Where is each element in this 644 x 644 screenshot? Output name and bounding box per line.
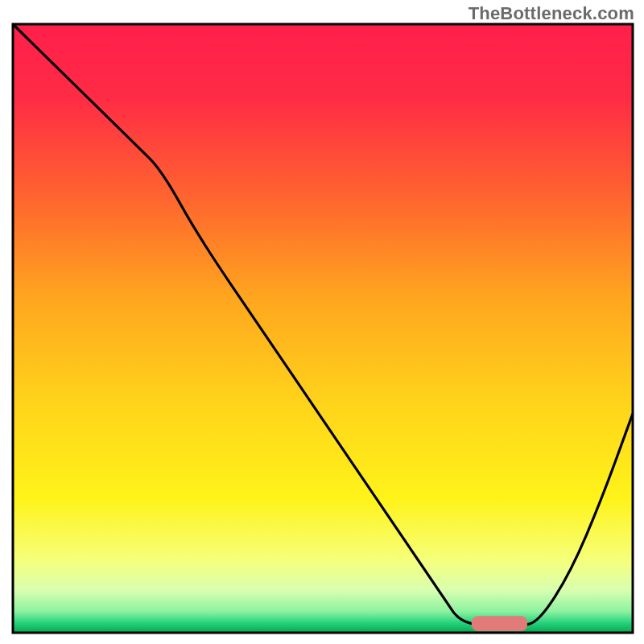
optimal-range-marker (472, 616, 527, 631)
chart-container: TheBottleneck.com (0, 0, 644, 644)
watermark-text: TheBottleneck.com (469, 3, 634, 24)
bottleneck-chart (0, 0, 644, 644)
